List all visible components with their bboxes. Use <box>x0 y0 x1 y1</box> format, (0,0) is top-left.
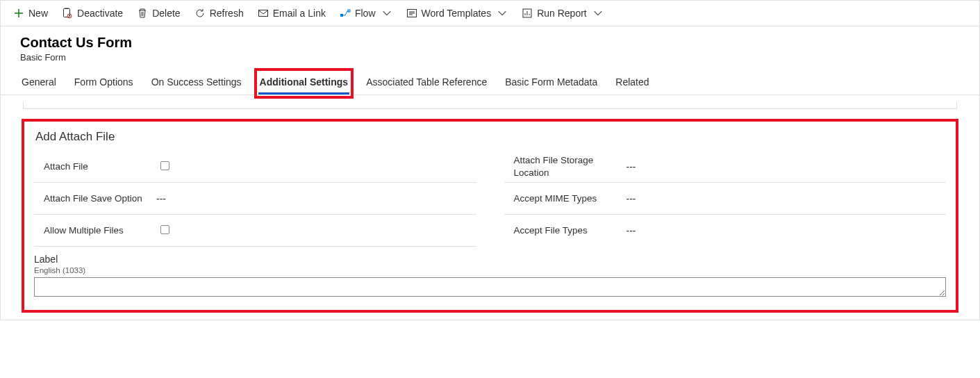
storage-location-field[interactable]: Attach File Storage Location --- <box>504 151 947 183</box>
word-icon <box>406 8 417 19</box>
tab-metadata[interactable]: Basic Form Metadata <box>504 72 599 94</box>
label-block: Label English (1033) <box>34 254 946 299</box>
deactivate-icon <box>62 8 73 19</box>
chevron-down-icon <box>381 8 392 19</box>
word-templates-button[interactable]: Word Templates <box>406 8 508 19</box>
left-column: Attach File Attach File Save Option --- … <box>34 151 476 247</box>
refresh-button[interactable]: Refresh <box>194 8 244 19</box>
attach-file-save-option-field[interactable]: Attach File Save Option --- <box>34 183 476 215</box>
accept-file-types-label: Accept File Types <box>504 224 622 237</box>
plus-icon <box>13 8 24 19</box>
email-link-button[interactable]: Email a Link <box>258 8 326 19</box>
run-report-button[interactable]: Run Report <box>522 8 604 19</box>
word-templates-label: Word Templates <box>422 8 492 19</box>
allow-multiple-files-checkbox[interactable] <box>160 225 169 234</box>
delete-label: Delete <box>152 8 180 19</box>
allow-multiple-files-field[interactable]: Allow Multiple Files <box>34 215 476 247</box>
label-input[interactable] <box>34 277 946 297</box>
label-language: English (1033) <box>34 266 946 274</box>
storage-location-value: --- <box>622 161 947 172</box>
email-link-label: Email a Link <box>273 8 326 19</box>
section-title: Add Attach File <box>35 130 946 144</box>
accept-mime-types-field[interactable]: Accept MIME Types --- <box>504 183 947 215</box>
flow-button[interactable]: Flow <box>340 8 392 19</box>
allow-multiple-files-label: Allow Multiple Files <box>34 224 152 237</box>
storage-location-label: Attach File Storage Location <box>504 154 622 179</box>
email-icon <box>258 8 269 19</box>
tab-bar: General Form Options On Success Settings… <box>1 72 979 95</box>
command-bar: New Deactivate Delete Refresh Email a Li… <box>1 1 979 26</box>
attach-file-checkbox[interactable] <box>160 161 169 170</box>
label-heading: Label <box>34 254 946 265</box>
tab-additional-settings[interactable]: Additional Settings <box>258 72 350 94</box>
form-header: Contact Us Form Basic Form <box>1 26 979 63</box>
attach-file-field[interactable]: Attach File <box>34 151 476 183</box>
accept-file-types-field[interactable]: Accept File Types --- <box>504 215 947 247</box>
new-button[interactable]: New <box>13 8 48 19</box>
accept-mime-types-label: Accept MIME Types <box>504 192 622 205</box>
prev-section-edge <box>23 102 957 109</box>
accept-file-types-value: --- <box>622 225 947 236</box>
tab-associated-table[interactable]: Associated Table Reference <box>365 72 488 94</box>
report-icon <box>522 8 533 19</box>
right-column: Attach File Storage Location --- Accept … <box>504 151 947 247</box>
page-title: Contact Us Form <box>20 35 960 51</box>
tab-on-success[interactable]: On Success Settings <box>150 72 243 94</box>
accept-mime-types-value: --- <box>622 193 947 204</box>
attach-file-save-option-label: Attach File Save Option <box>34 192 152 205</box>
page-subtitle: Basic Form <box>20 52 960 63</box>
svg-rect-3 <box>340 14 343 17</box>
attach-file-label: Attach File <box>34 161 152 173</box>
tab-related[interactable]: Related <box>614 72 650 94</box>
refresh-icon <box>194 8 206 19</box>
new-label: New <box>28 8 48 19</box>
flow-label: Flow <box>355 8 376 19</box>
attach-file-save-option-value: --- <box>152 193 476 204</box>
chevron-down-icon <box>592 8 604 19</box>
chevron-down-icon <box>497 8 508 19</box>
deactivate-button[interactable]: Deactivate <box>62 8 123 19</box>
delete-button[interactable]: Delete <box>137 8 180 19</box>
svg-rect-2 <box>258 10 267 17</box>
field-columns: Attach File Attach File Save Option --- … <box>34 151 946 247</box>
add-attach-file-section: Add Attach File Attach File Attach File … <box>22 119 958 313</box>
deactivate-label: Deactivate <box>77 8 123 19</box>
run-report-label: Run Report <box>537 8 587 19</box>
content-area: Add Attach File Attach File Attach File … <box>1 95 979 320</box>
app-window: New Deactivate Delete Refresh Email a Li… <box>0 0 980 320</box>
tab-general[interactable]: General <box>20 72 58 94</box>
tab-form-options[interactable]: Form Options <box>73 72 135 94</box>
trash-icon <box>137 8 148 19</box>
refresh-label: Refresh <box>210 8 244 19</box>
flow-icon <box>340 8 351 19</box>
